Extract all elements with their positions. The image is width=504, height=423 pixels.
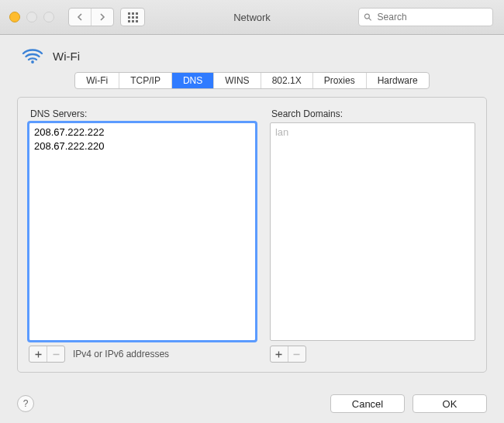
chevron-left-icon <box>77 13 83 21</box>
nav-buttons <box>68 8 114 26</box>
traffic-light-minimize[interactable] <box>26 12 37 22</box>
dns-add-button[interactable] <box>29 346 47 362</box>
search-input[interactable] <box>376 11 488 23</box>
wifi-icon <box>22 47 43 64</box>
chevron-right-icon <box>99 13 105 21</box>
dns-server-entry[interactable]: 208.67.222.220 <box>34 139 250 153</box>
cancel-button[interactable]: Cancel <box>330 394 405 413</box>
search-domains-remove-button[interactable] <box>288 346 306 362</box>
minus-icon <box>53 351 60 358</box>
titlebar: Network <box>0 0 504 35</box>
search-domains-label: Search Domains: <box>271 108 475 119</box>
dns-server-entry[interactable]: 208.67.222.222 <box>34 126 250 139</box>
tab-bar: Wi-FiTCP/IPDNSWINS802.1XProxiesHardware <box>74 72 429 89</box>
search-domains-add-button[interactable] <box>271 346 288 362</box>
interface-name: Wi-Fi <box>53 50 80 63</box>
svg-line-1 <box>369 18 371 20</box>
tab-wins[interactable]: WINS <box>214 73 261 88</box>
traffic-light-zoom[interactable] <box>43 12 54 22</box>
plus-icon <box>275 351 282 358</box>
content-area: Wi-Fi Wi-FiTCP/IPDNSWINS802.1XProxiesHar… <box>0 35 504 423</box>
tab-wi-fi[interactable]: Wi-Fi <box>75 73 119 88</box>
dns-plus-minus <box>29 346 65 363</box>
svg-point-0 <box>364 14 369 19</box>
svg-point-2 <box>31 60 34 64</box>
dns-pane: DNS Servers: 208.67.222.222208.67.222.22… <box>17 97 487 373</box>
interface-header: Wi-Fi <box>22 47 487 64</box>
back-button[interactable] <box>69 9 91 26</box>
help-icon: ? <box>23 398 29 409</box>
plus-icon <box>35 351 42 358</box>
dns-remove-button[interactable] <box>47 346 64 362</box>
footer: ? Cancel OK <box>17 394 487 413</box>
show-all-button[interactable] <box>120 8 145 26</box>
dns-servers-column: DNS Servers: 208.67.222.222208.67.222.22… <box>29 108 256 363</box>
tab-tcp-ip[interactable]: TCP/IP <box>119 73 172 88</box>
tab-proxies[interactable]: Proxies <box>313 73 367 88</box>
dns-servers-label: DNS Servers: <box>30 108 256 119</box>
forward-button[interactable] <box>91 9 113 26</box>
tab-802-1x[interactable]: 802.1X <box>261 73 313 88</box>
tab-hardware[interactable]: Hardware <box>367 73 429 88</box>
search-domains-add-remove-row <box>270 346 475 363</box>
search-icon <box>364 12 372 22</box>
dns-servers-list[interactable]: 208.67.222.222208.67.222.220 <box>29 122 256 341</box>
ok-button[interactable]: OK <box>413 394 487 413</box>
search-domains-plus-minus <box>270 346 306 363</box>
dns-hint: IPv4 or IPv6 addresses <box>73 349 169 359</box>
search-domains-column: Search Domains: lan <box>270 108 475 363</box>
search-field[interactable] <box>358 8 493 26</box>
search-domain-placeholder: lan <box>275 126 470 139</box>
window-controls <box>9 12 54 22</box>
tab-dns[interactable]: DNS <box>172 73 214 88</box>
traffic-light-close[interactable] <box>9 12 20 22</box>
minus-icon <box>293 351 300 358</box>
help-button[interactable]: ? <box>17 395 34 412</box>
search-domains-list[interactable]: lan <box>270 122 475 341</box>
grid-icon <box>128 12 138 22</box>
dns-add-remove-row: IPv4 or IPv6 addresses <box>29 346 256 363</box>
